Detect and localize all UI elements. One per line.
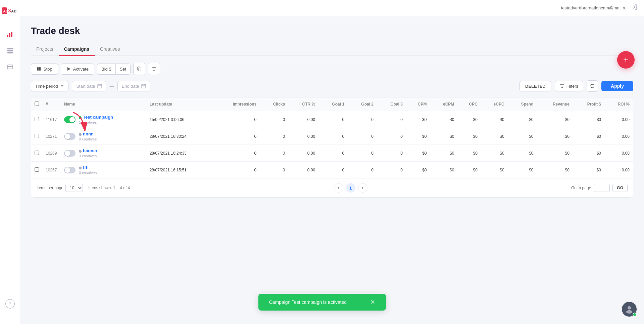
row-toggle-0[interactable] bbox=[64, 116, 76, 123]
toast-close-button[interactable]: ✕ bbox=[370, 298, 375, 306]
row-goal3-1: 0 bbox=[377, 128, 406, 145]
tab-creatives[interactable]: Creatives bbox=[95, 43, 125, 56]
row-name-0[interactable]: Test campaign bbox=[79, 115, 113, 120]
col-header-ecpm: eCPM bbox=[430, 97, 458, 111]
svg-rect-16 bbox=[98, 84, 102, 88]
start-date-input[interactable]: Start date bbox=[72, 81, 106, 91]
refresh-button[interactable] bbox=[587, 80, 598, 92]
row-clicks-2: 0 bbox=[260, 145, 288, 162]
go-to-page-input[interactable] bbox=[594, 184, 610, 192]
apply-button[interactable]: Apply bbox=[601, 81, 633, 91]
row-checkbox-3[interactable] bbox=[35, 167, 39, 172]
col-header-id: # bbox=[42, 97, 61, 111]
copy-button[interactable] bbox=[133, 63, 145, 75]
logo[interactable]: AD ✕ AD bbox=[2, 5, 18, 17]
top-bar: testadvertforcreationcam@mail.ru bbox=[20, 0, 644, 16]
add-campaign-button[interactable]: + bbox=[617, 51, 635, 69]
row-name-1[interactable]: nnnn bbox=[79, 131, 97, 136]
row-cpc-3: $0 bbox=[457, 162, 481, 178]
bid-label: Bid $ bbox=[97, 64, 116, 74]
bid-set-button[interactable]: Set bbox=[116, 64, 131, 74]
campaigns-table: # Name Last update Impressions Clicks CT… bbox=[31, 97, 633, 198]
row-name-cell-3: ffff 0 creatives bbox=[61, 162, 146, 178]
time-period-select[interactable]: Time period bbox=[31, 81, 68, 91]
sidebar-item-help[interactable]: ? bbox=[5, 299, 15, 309]
col-header-last-update: Last update bbox=[146, 97, 213, 111]
row-roi-1: 0.00 bbox=[604, 128, 633, 145]
svg-rect-4 bbox=[7, 35, 8, 37]
row-checkbox-1[interactable] bbox=[35, 134, 39, 138]
row-ctr-3: 0.00 bbox=[288, 162, 318, 178]
row-goal2-0: 0 bbox=[348, 111, 377, 128]
data-table: # Name Last update Impressions Clicks CT… bbox=[31, 97, 633, 178]
pagination: Items per page 10 25 50 Items shown: 1 –… bbox=[31, 178, 633, 197]
svg-rect-5 bbox=[9, 33, 10, 37]
sidebar-more[interactable]: ... bbox=[5, 313, 15, 319]
stop-button[interactable]: Stop bbox=[31, 64, 58, 75]
row-goal1-2: 0 bbox=[318, 145, 348, 162]
go-button[interactable]: GO bbox=[612, 184, 628, 192]
row-ctr-2: 0.00 bbox=[288, 145, 318, 162]
toast-notification: Campaign Test campaign is activated ✕ bbox=[258, 294, 386, 311]
row-checkbox-2[interactable] bbox=[35, 151, 39, 155]
prev-page-button[interactable]: ‹ bbox=[334, 183, 343, 193]
items-per-page-control: Items per page 10 25 50 bbox=[37, 184, 83, 192]
row-toggle-1[interactable] bbox=[64, 133, 76, 140]
row-checkbox-0[interactable] bbox=[35, 117, 39, 121]
row-name-cell-1: nnnn 0 creatives bbox=[61, 128, 146, 145]
deleted-button[interactable]: DELETED bbox=[519, 81, 551, 91]
row-impressions-0: 0 bbox=[213, 111, 260, 128]
row-impressions-1: 0 bbox=[213, 128, 260, 145]
row-creatives-0: 1 creatives bbox=[79, 120, 113, 124]
svg-rect-17 bbox=[142, 84, 146, 88]
row-cpc-0: $0 bbox=[457, 111, 481, 128]
next-page-button[interactable]: › bbox=[358, 183, 367, 193]
activate-button[interactable]: Activate bbox=[61, 64, 94, 75]
toolbar: Stop Activate Bid $ Set bbox=[31, 63, 633, 75]
row-name-cell-2: banner 3 creatives bbox=[61, 145, 146, 162]
row-toggle-3[interactable] bbox=[64, 167, 76, 173]
row-spend-1: $0 bbox=[508, 128, 537, 145]
svg-rect-7 bbox=[7, 48, 13, 49]
svg-point-19 bbox=[628, 306, 631, 310]
row-last-update-2: 28/07/2021 16:24:33 bbox=[146, 145, 213, 162]
main-area: testadvertforcreationcam@mail.ru Trade d… bbox=[20, 0, 644, 324]
tab-projects[interactable]: Projects bbox=[31, 43, 59, 56]
sidebar-item-table[interactable] bbox=[3, 44, 17, 57]
user-email: testadvertforcreationcam@mail.ru bbox=[561, 5, 627, 10]
row-last-update-3: 28/07/2021 16:15:51 bbox=[146, 162, 213, 178]
row-ctr-1: 0.00 bbox=[288, 128, 318, 145]
table-row: 10271 nnnn 0 creatives 28/07/2021 16:30:… bbox=[31, 128, 633, 145]
row-clicks-1: 0 bbox=[260, 128, 288, 145]
table-row: 10269 banner 3 creatives 28/07/2021 16:2… bbox=[31, 145, 633, 162]
content: Trade desk Projects Campaigns Creatives … bbox=[20, 16, 644, 324]
end-date-input[interactable]: End date bbox=[117, 81, 150, 91]
tab-campaigns[interactable]: Campaigns bbox=[59, 43, 95, 56]
col-header-cpm: CPM bbox=[406, 97, 430, 111]
delete-button[interactable] bbox=[148, 63, 160, 75]
col-header-goal3: Goal 3 bbox=[377, 97, 406, 111]
row-name-3[interactable]: ffff bbox=[79, 165, 97, 170]
row-ecpc-3: $0 bbox=[481, 162, 508, 178]
row-clicks-0: 0 bbox=[260, 111, 288, 128]
row-cpc-2: $0 bbox=[457, 145, 481, 162]
per-page-select[interactable]: 10 25 50 bbox=[65, 184, 83, 192]
row-ecpc-2: $0 bbox=[481, 145, 508, 162]
row-toggle-2[interactable] bbox=[64, 150, 76, 157]
page-navigation: ‹ 1 › bbox=[130, 183, 571, 193]
col-header-revenue: Revenue bbox=[537, 97, 573, 111]
row-name-2[interactable]: banner bbox=[79, 148, 97, 153]
row-revenue-3: $0 bbox=[537, 162, 573, 178]
filters-button[interactable]: Filters bbox=[555, 81, 583, 91]
row-cpm-3: $0 bbox=[406, 162, 430, 178]
table-row: 11617 Test campaign 1 creatives 15/09/20… bbox=[31, 111, 633, 128]
row-goal2-2: 0 bbox=[348, 145, 377, 162]
sidebar-item-chart[interactable] bbox=[3, 28, 17, 41]
row-id-3: 10267 bbox=[42, 162, 61, 178]
filter-row: Time period Start date — End date DELETE… bbox=[31, 80, 633, 92]
select-all-checkbox[interactable] bbox=[35, 102, 39, 106]
toast-message: Campaign Test campaign is activated bbox=[269, 299, 347, 305]
logout-icon[interactable] bbox=[631, 4, 637, 12]
row-name-cell-0: Test campaign 1 creatives bbox=[61, 111, 146, 128]
sidebar-item-card[interactable] bbox=[3, 60, 17, 74]
